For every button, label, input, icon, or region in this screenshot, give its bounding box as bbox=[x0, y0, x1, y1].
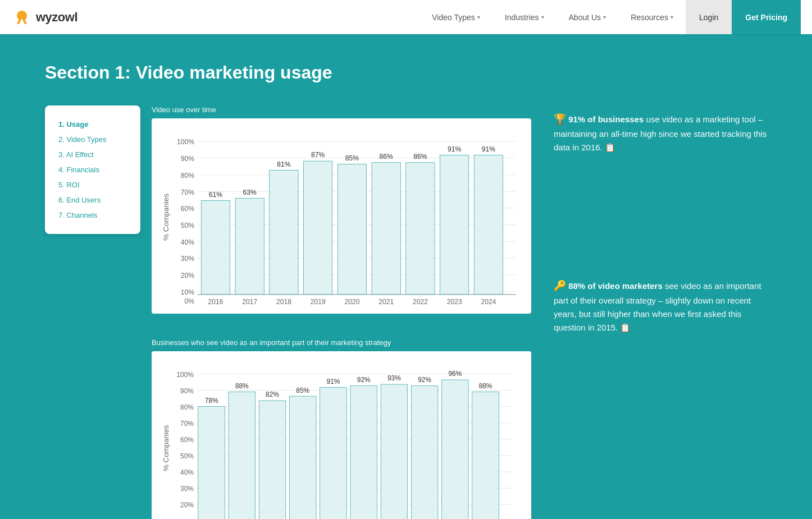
svg-rect-32 bbox=[304, 161, 332, 295]
nav-video-types[interactable]: Video Types ▾ bbox=[419, 0, 492, 34]
nav-industries[interactable]: Industries ▾ bbox=[492, 0, 556, 34]
svg-text:61%: 61% bbox=[209, 191, 223, 199]
get-pricing-button[interactable]: Get Pricing bbox=[732, 0, 801, 34]
svg-rect-38 bbox=[372, 163, 400, 295]
svg-rect-29 bbox=[270, 170, 298, 294]
logo[interactable]: wyzowl bbox=[11, 8, 77, 26]
svg-text:% Companies: % Companies bbox=[162, 425, 170, 471]
svg-text:60%: 60% bbox=[180, 436, 194, 444]
sidebar-item-roi[interactable]: 5. ROI bbox=[58, 177, 127, 192]
svg-text:93%: 93% bbox=[387, 374, 401, 382]
svg-text:2023: 2023 bbox=[447, 298, 462, 306]
sidebar-item-video-types[interactable]: 2. Video Types bbox=[58, 132, 127, 147]
svg-rect-23 bbox=[201, 200, 230, 294]
svg-text:88%: 88% bbox=[479, 382, 492, 390]
svg-rect-47 bbox=[474, 155, 503, 294]
svg-text:96%: 96% bbox=[448, 370, 462, 378]
svg-text:90%: 90% bbox=[181, 155, 195, 163]
stat1-block: 🏆 91% of businesses use video as a marke… bbox=[554, 111, 767, 154]
svg-rect-94 bbox=[411, 386, 438, 519]
logo-text: wyzowl bbox=[36, 10, 77, 25]
svg-text:86%: 86% bbox=[379, 153, 393, 160]
svg-text:50%: 50% bbox=[181, 222, 195, 229]
chart2-svg: % Companies 100% bbox=[159, 359, 523, 519]
svg-text:80%: 80% bbox=[180, 403, 194, 411]
svg-rect-44 bbox=[440, 155, 469, 294]
svg-text:70%: 70% bbox=[181, 189, 195, 196]
svg-text:85%: 85% bbox=[296, 387, 309, 394]
svg-text:40%: 40% bbox=[180, 469, 194, 476]
key-icon: 🔑 bbox=[554, 280, 566, 291]
main-content: Section 1: Video marketing usage 1. Usag… bbox=[0, 34, 812, 519]
navbar: wyzowl Video Types ▾ Industries ▾ About … bbox=[0, 0, 812, 34]
nav-links: Video Types ▾ Industries ▾ About Us ▾ Re… bbox=[419, 0, 801, 34]
login-button[interactable]: Login bbox=[686, 0, 732, 34]
svg-rect-41 bbox=[406, 163, 435, 295]
svg-text:87%: 87% bbox=[311, 151, 325, 159]
stat1-bold: 91% of businesses bbox=[568, 114, 644, 124]
svg-text:2016: 2016 bbox=[208, 298, 223, 306]
svg-rect-82 bbox=[289, 396, 316, 519]
svg-text:10%: 10% bbox=[181, 288, 195, 296]
svg-rect-73 bbox=[198, 407, 225, 519]
svg-rect-91 bbox=[381, 384, 408, 519]
svg-text:88%: 88% bbox=[235, 382, 249, 390]
sidebar-item-ai-effect[interactable]: 3. AI Effect bbox=[58, 147, 127, 162]
svg-text:2019: 2019 bbox=[311, 298, 326, 306]
svg-text:91%: 91% bbox=[482, 145, 496, 153]
svg-text:70%: 70% bbox=[180, 420, 194, 428]
stat2-bold: 88% of video marketers bbox=[568, 281, 663, 291]
svg-text:90%: 90% bbox=[180, 387, 194, 395]
chart1-area: % Companies bbox=[152, 118, 531, 314]
svg-text:78%: 78% bbox=[205, 397, 218, 405]
chevron-down-icon: ▾ bbox=[670, 14, 673, 20]
svg-rect-35 bbox=[337, 164, 366, 295]
chart2-title: Businesses who see video as an important… bbox=[152, 338, 531, 347]
svg-text:30%: 30% bbox=[180, 485, 194, 493]
chart2-block: Businesses who see video as an important… bbox=[152, 338, 531, 519]
svg-rect-85 bbox=[320, 387, 347, 519]
svg-text:20%: 20% bbox=[181, 272, 195, 279]
svg-text:30%: 30% bbox=[181, 255, 195, 263]
svg-text:81%: 81% bbox=[277, 160, 291, 168]
svg-text:86%: 86% bbox=[413, 153, 427, 160]
svg-text:100%: 100% bbox=[176, 371, 194, 379]
sidebar-item-financials[interactable]: 4. Financials bbox=[58, 162, 127, 177]
svg-text:2017: 2017 bbox=[242, 298, 257, 306]
svg-text:2018: 2018 bbox=[276, 298, 291, 306]
nav-resources[interactable]: Resources ▾ bbox=[618, 0, 686, 34]
chevron-down-icon: ▾ bbox=[477, 14, 480, 20]
sidebar-item-usage[interactable]: 1. Usage bbox=[58, 117, 127, 132]
svg-text:92%: 92% bbox=[418, 376, 431, 384]
chevron-down-icon: ▾ bbox=[603, 14, 606, 20]
nav-about-us[interactable]: About Us ▾ bbox=[556, 0, 619, 34]
svg-text:50%: 50% bbox=[180, 452, 194, 460]
svg-text:40%: 40% bbox=[181, 238, 195, 246]
trophy-icon: 🏆 bbox=[554, 113, 566, 125]
svg-text:82%: 82% bbox=[266, 391, 279, 398]
svg-text:60%: 60% bbox=[181, 205, 195, 213]
svg-text:% Companies: % Companies bbox=[162, 194, 170, 241]
sidebar: 1. Usage 2. Video Types 3. AI Effect 4. … bbox=[45, 105, 140, 234]
sidebar-item-end-users[interactable]: 6. End Users bbox=[58, 192, 127, 208]
chart1-block: Video use over time % Companies bbox=[152, 105, 531, 314]
svg-rect-79 bbox=[259, 401, 286, 519]
svg-rect-26 bbox=[235, 198, 264, 294]
svg-text:0%: 0% bbox=[185, 297, 195, 305]
section-title: Section 1: Video marketing usage bbox=[45, 62, 767, 83]
chart2-area: % Companies 100% bbox=[152, 351, 531, 519]
svg-text:100%: 100% bbox=[177, 138, 194, 146]
sidebar-item-channels[interactable]: 7. Channels bbox=[58, 208, 127, 223]
chevron-down-icon: ▾ bbox=[541, 14, 544, 20]
svg-text:92%: 92% bbox=[357, 376, 371, 384]
chart1-svg: % Companies bbox=[159, 126, 523, 308]
svg-text:20%: 20% bbox=[180, 501, 194, 509]
svg-text:2021: 2021 bbox=[378, 298, 394, 306]
svg-text:2020: 2020 bbox=[344, 298, 359, 306]
svg-text:80%: 80% bbox=[181, 172, 195, 180]
svg-text:91%: 91% bbox=[327, 378, 340, 385]
svg-text:2022: 2022 bbox=[413, 298, 428, 306]
svg-text:63%: 63% bbox=[243, 189, 257, 196]
svg-rect-97 bbox=[442, 380, 469, 519]
svg-rect-76 bbox=[229, 392, 256, 519]
